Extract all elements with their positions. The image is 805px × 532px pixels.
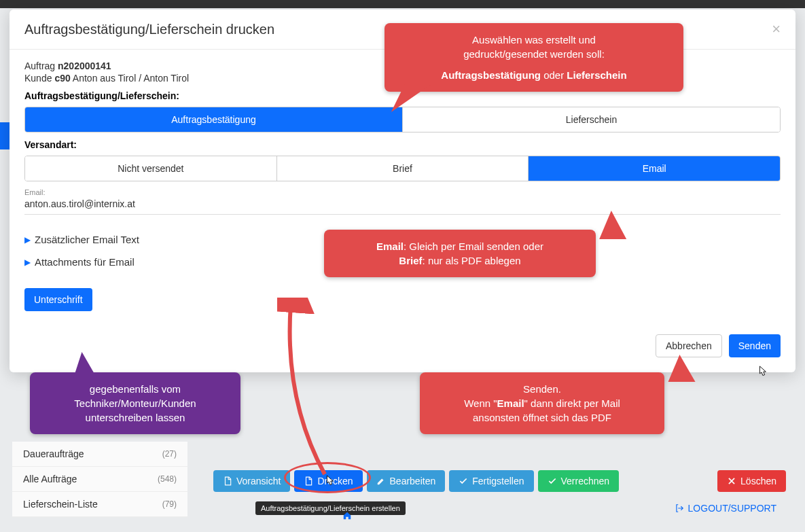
doctype-delivery-button[interactable]: Lieferschein [402,107,780,132]
modal-actions: Abbrechen Senden [24,334,781,357]
modal-title: Auftragsbestätigung/Lieferschein drucken [24,22,274,37]
callout-doctype: Auswählen was erstellt und gedruckt/gese… [384,23,683,92]
shipmethod-letter-button[interactable]: Brief [276,156,529,181]
shipmethod-label: Versandart: [24,139,781,150]
modal-close-button[interactable]: × [772,20,781,38]
chevron-right-icon: ▶ [24,235,31,245]
callout-signature: gegebenenfalls vom Techniker/Monteur/Kun… [30,372,240,434]
signature-button[interactable]: Unterschrift [24,288,92,311]
email-field-wrap: Email: [24,188,781,215]
shipmethod-none-button[interactable]: Nicht versendet [25,156,276,181]
callout-shipmethod: Email: Gleich per Email senden oder Brie… [324,230,596,277]
shipmethod-segment: Nicht versendet Brief Email [24,156,781,181]
doctype-confirm-button[interactable]: Auftragsbestätigung [25,107,402,132]
cancel-button[interactable]: Abbrechen [656,334,722,357]
email-input[interactable] [24,196,781,211]
email-label: Email: [24,188,781,196]
chevron-right-icon: ▶ [24,258,31,267]
send-button[interactable]: Senden [729,334,781,357]
shipmethod-email-button[interactable]: Email [528,156,780,181]
callout-send: Senden. Wenn "Email" dann direkt per Mai… [420,372,664,434]
